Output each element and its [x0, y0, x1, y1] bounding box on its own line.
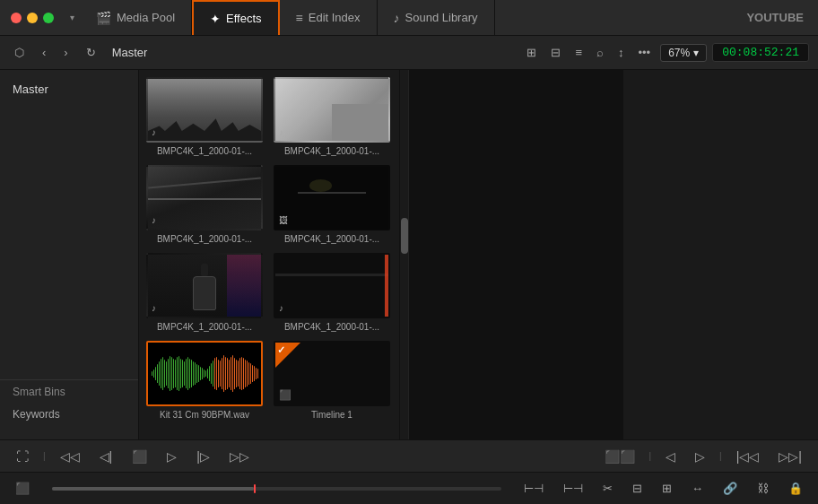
- list-item[interactable]: ♪BMPC4K_1_2000-01-...: [146, 77, 263, 156]
- master-label: Master: [109, 46, 516, 59]
- image-icon: 🖼: [279, 215, 288, 225]
- view-toggle-button[interactable]: ⬡: [9, 42, 30, 63]
- music-icon: ♪: [152, 215, 156, 225]
- tab-effects[interactable]: ✦ Effects: [192, 0, 280, 35]
- tab-media-pool-label: Media Pool: [117, 11, 175, 24]
- prev-frame-button[interactable]: ◁◁: [55, 447, 85, 466]
- list-item[interactable]: ♪BMPC4K_1_2000-01-...: [274, 77, 390, 156]
- sound-library-icon: ♪: [394, 11, 400, 25]
- large-grid-button[interactable]: ⊟: [546, 43, 565, 62]
- media-content: ♪BMPC4K_1_2000-01-... ♪BMPC4K_1_2000-01-…: [139, 70, 399, 439]
- list-item[interactable]: 🖼BMPC4K_1_2000-01-...: [274, 165, 390, 244]
- tab-edit-index[interactable]: ≡ Edit Index: [280, 0, 378, 35]
- grid-view-button[interactable]: ⊞: [522, 43, 541, 62]
- scrollbar-thumb[interactable]: [401, 218, 408, 254]
- timeline-scrubber[interactable]: [52, 487, 501, 491]
- media-item-label: Kit 31 Cm 90BPM.wav: [160, 410, 249, 420]
- media-grid-wrapper: ♪BMPC4K_1_2000-01-... ♪BMPC4K_1_2000-01-…: [139, 70, 408, 439]
- media-item-label: BMPC4K_1_2000-01-...: [157, 322, 252, 332]
- timeline-toggle-button[interactable]: ⬛: [11, 479, 34, 498]
- transport-bar: ⛶ | ◁◁ ◁| ⬛ ▷ |▷ ▷▷ ⬛⬛ | ◁ ▷ | |◁◁ ▷▷|: [0, 439, 818, 472]
- edit-index-icon: ≡: [296, 11, 303, 25]
- zoom-display[interactable]: 67% ▾: [660, 44, 707, 62]
- layout-button[interactable]: ⬛⬛: [599, 447, 640, 466]
- list-item[interactable]: ♪BMPC4K_1_2000-01-...: [146, 165, 263, 244]
- window-controls: [0, 13, 65, 23]
- minimize-button[interactable]: [27, 13, 38, 23]
- timeline-playhead: [254, 484, 256, 493]
- project-title: YOUTUBE: [746, 11, 818, 24]
- tab-sound-library[interactable]: ♪ Sound Library: [378, 0, 495, 35]
- tab-sound-library-label: Sound Library: [405, 11, 478, 24]
- back-button[interactable]: ‹: [37, 42, 51, 63]
- tab-effects-label: Effects: [226, 12, 262, 25]
- nav-prev-button[interactable]: ◁: [660, 447, 681, 466]
- media-item-label: BMPC4K_1_2000-01-...: [157, 234, 252, 244]
- clip-in-button[interactable]: ⊢⊣: [519, 479, 548, 498]
- search-button[interactable]: ⌕: [592, 43, 608, 62]
- ripple-button[interactable]: ⊟: [628, 479, 647, 498]
- forward-button[interactable]: ›: [58, 42, 73, 63]
- media-item-label: Timeline 1: [311, 410, 352, 420]
- chevron-down-icon[interactable]: ▾: [65, 13, 80, 22]
- more-button[interactable]: •••: [633, 43, 655, 62]
- media-item-label: BMPC4K_1_2000-01-...: [284, 234, 379, 244]
- roll-button[interactable]: ⊞: [657, 479, 676, 498]
- zoom-value: 67%: [668, 47, 690, 59]
- media-item-label: BMPC4K_1_2000-01-...: [284, 146, 379, 156]
- step-back-button[interactable]: ◁|: [94, 447, 118, 466]
- music-icon: ♪: [279, 127, 283, 137]
- play-button[interactable]: ▷: [161, 447, 182, 466]
- status-bar: ⬛ ⊢⊣ ⊢⊣ ✂ ⊟ ⊞ ↔ 🔗 ⛓ 🔒: [0, 472, 818, 504]
- list-view-button[interactable]: ≡: [570, 43, 587, 62]
- title-bar: ▾ 🎬 Media Pool ✦ Effects ≡ Edit Index ♪ …: [0, 0, 818, 36]
- media-pool-icon: 🎬: [96, 11, 111, 25]
- media-grid: ♪BMPC4K_1_2000-01-... ♪BMPC4K_1_2000-01-…: [146, 77, 390, 420]
- link-button[interactable]: 🔗: [718, 479, 742, 498]
- music-icon: ♪: [152, 127, 156, 137]
- close-button[interactable]: [11, 13, 22, 23]
- sort-button[interactable]: ↕: [614, 43, 629, 62]
- main-content: Master Smart Bins Keywords ♪BMPC4K_1_200…: [0, 70, 818, 439]
- list-item[interactable]: Kit 31 Cm 90BPM.wav: [146, 341, 263, 420]
- timecode-display: 00:08:52:21: [712, 43, 809, 62]
- fullscreen-button[interactable]: ⛶: [11, 447, 34, 466]
- music-icon: ♪: [152, 303, 156, 313]
- lock-button[interactable]: 🔒: [784, 479, 807, 498]
- skip-start-button[interactable]: |◁◁: [731, 447, 765, 466]
- clip-out-button[interactable]: ⊢⊣: [559, 479, 587, 498]
- toolbar: ⬡ ‹ › ↻ Master ⊞ ⊟ ≡ ⌕ ↕ ••• 67% ▾ 00:08…: [0, 36, 818, 70]
- music-icon: ♪: [279, 303, 283, 313]
- tab-media-pool[interactable]: 🎬 Media Pool: [80, 0, 192, 35]
- media-item-label: BMPC4K_1_2000-01-...: [284, 322, 379, 332]
- skip-end-button[interactable]: ▷▷|: [773, 447, 807, 466]
- sidebar-master[interactable]: Master: [0, 77, 138, 101]
- sidebar-item-keywords[interactable]: Keywords: [0, 404, 138, 425]
- nav-next-button[interactable]: ▷: [690, 447, 710, 466]
- step-forward-button[interactable]: |▷: [191, 447, 215, 466]
- next-frame-button[interactable]: ▷▷: [224, 447, 255, 466]
- sidebar: Master Smart Bins Keywords: [0, 70, 139, 439]
- zoom-chevron-icon: ▾: [693, 47, 699, 59]
- toolbar-right: ⊞ ⊟ ≡ ⌕ ↕ ••• 67% ▾ 00:08:52:21: [522, 43, 809, 62]
- timeline-progress: [52, 487, 254, 491]
- list-item[interactable]: ✓⬛Timeline 1: [274, 341, 390, 420]
- list-item[interactable]: ♪BMPC4K_1_2000-01-...: [274, 253, 390, 332]
- maximize-button[interactable]: [43, 13, 54, 23]
- scrollbar[interactable]: [399, 70, 408, 439]
- unlink-button[interactable]: ⛓: [753, 479, 773, 498]
- media-item-label: BMPC4K_1_2000-01-...: [157, 146, 252, 156]
- preview-area: [408, 70, 623, 439]
- stop-button[interactable]: ⬛: [126, 447, 152, 466]
- sync-button[interactable]: ↻: [81, 42, 101, 63]
- effects-icon: ✦: [210, 12, 221, 26]
- slip-button[interactable]: ↔: [687, 479, 708, 498]
- cut-button[interactable]: ✂: [598, 479, 617, 498]
- tab-edit-index-label: Edit Index: [309, 11, 361, 24]
- tab-bar: 🎬 Media Pool ✦ Effects ≡ Edit Index ♪ So…: [80, 0, 746, 35]
- sidebar-smart-bins: Smart Bins: [0, 379, 138, 404]
- list-item[interactable]: ♪BMPC4K_1_2000-01-...: [146, 253, 263, 332]
